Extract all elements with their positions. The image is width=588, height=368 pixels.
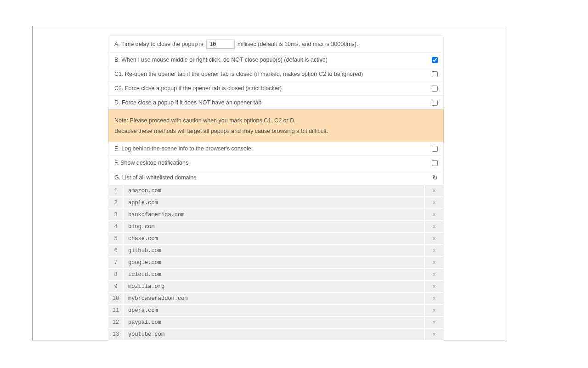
delete-icon[interactable]: ×	[424, 257, 443, 268]
option-e-label: E. Log behind-the-scene info to the brow…	[114, 145, 432, 152]
whitelist-row-number: 12	[109, 317, 124, 328]
option-f-row: F. Show desktop notifications	[109, 156, 443, 170]
delete-icon[interactable]: ×	[424, 185, 443, 196]
whitelist-domain: paypal.com	[124, 317, 424, 328]
option-b-row: B. When I use mouse middle or right clic…	[109, 53, 443, 67]
option-c2-row: C2. Force close a popup if the opener ta…	[109, 81, 443, 96]
option-f-checkbox[interactable]	[432, 160, 438, 166]
delete-icon[interactable]: ×	[424, 209, 443, 220]
whitelist-row-number: 8	[109, 269, 124, 280]
option-a-prefix: A. Time delay to close the popup is	[114, 41, 204, 47]
delete-icon[interactable]: ×	[424, 317, 443, 328]
delete-icon[interactable]: ×	[424, 269, 443, 280]
option-f-label: F. Show desktop notifications	[114, 160, 432, 166]
option-c1-checkbox[interactable]	[432, 71, 438, 77]
option-g-label: G. List of all whitelisted domains	[114, 174, 432, 181]
option-c2-checkbox[interactable]	[432, 86, 438, 92]
option-e-checkbox[interactable]	[432, 146, 438, 152]
whitelist-domain: amazon.com	[124, 185, 424, 196]
whitelist-domain: chase.com	[124, 233, 424, 244]
delete-icon[interactable]: ×	[424, 293, 443, 304]
option-b-checkbox[interactable]	[432, 57, 438, 63]
option-d-row: D. Force close a popup if it does NOT ha…	[109, 96, 443, 110]
whitelist-row: 9mozilla.org×	[109, 281, 443, 293]
delete-icon[interactable]: ×	[424, 305, 443, 316]
whitelist-row: 7google.com×	[109, 257, 443, 269]
option-g-row: G. List of all whitelisted domains ↻	[109, 170, 443, 185]
delete-icon[interactable]: ×	[424, 245, 443, 256]
whitelist-row: 11opera.com×	[109, 305, 443, 317]
delete-icon[interactable]: ×	[424, 329, 443, 340]
whitelist-domain: opera.com	[124, 305, 424, 316]
whitelist-row-number: 3	[109, 209, 124, 220]
note-line-1: Note: Please proceed with caution when y…	[114, 115, 438, 126]
option-d-checkbox[interactable]	[432, 100, 438, 106]
whitelist-domain: mybrowseraddon.com	[124, 293, 424, 304]
whitelist-row: 2apple.com×	[109, 197, 443, 209]
delete-icon[interactable]: ×	[424, 221, 443, 232]
option-b-label: B. When I use mouse middle or right clic…	[114, 57, 432, 63]
whitelist-domain: icloud.com	[124, 269, 424, 280]
whitelist-row-number: 7	[109, 257, 124, 268]
option-c1-row: C1. Re-open the opener tab if the opener…	[109, 67, 443, 81]
refresh-icon[interactable]: ↻	[432, 174, 438, 181]
whitelist-domain: bankofamerica.com	[124, 209, 424, 220]
option-d-label: D. Force close a popup if it does NOT ha…	[114, 99, 432, 106]
whitelist-row-number: 13	[109, 329, 124, 340]
whitelist-row: 5chase.com×	[109, 233, 443, 245]
whitelist-row-number: 9	[109, 281, 124, 292]
time-delay-input[interactable]	[206, 40, 235, 49]
whitelist-row-number: 11	[109, 305, 124, 316]
whitelist-domain: bing.com	[124, 221, 424, 232]
whitelist-row: 12paypal.com×	[109, 317, 443, 329]
options-panel: A. Time delay to close the popup is mill…	[108, 35, 444, 341]
whitelist-row-number: 6	[109, 245, 124, 256]
options-frame: A. Time delay to close the popup is mill…	[32, 26, 505, 340]
whitelist-row: 4bing.com×	[109, 221, 443, 233]
whitelist-row: 3bankofamerica.com×	[109, 209, 443, 221]
whitelist-table: 1amazon.com×2apple.com×3bankofamerica.co…	[109, 185, 443, 341]
whitelist-row-number: 10	[109, 293, 124, 304]
whitelist-row: 13youtube.com×	[109, 329, 443, 341]
option-c1-label: C1. Re-open the opener tab if the opener…	[114, 71, 432, 77]
option-c2-label: C2. Force close a popup if the opener ta…	[114, 85, 432, 92]
whitelist-row-number: 1	[109, 185, 124, 196]
whitelist-row: 8icloud.com×	[109, 269, 443, 281]
whitelist-domain: github.com	[124, 245, 424, 256]
whitelist-domain: google.com	[124, 257, 424, 268]
whitelist-domain: mozilla.org	[124, 281, 424, 292]
whitelist-domain: apple.com	[124, 197, 424, 208]
whitelist-row: 6github.com×	[109, 245, 443, 257]
whitelist-row-number: 4	[109, 221, 124, 232]
note-line-2: Because these methods will target all po…	[114, 126, 438, 137]
option-a-suffix: millisec (default is 10ms, and max is 30…	[237, 41, 358, 47]
whitelist-row-number: 2	[109, 197, 124, 208]
whitelist-row: 1amazon.com×	[109, 185, 443, 197]
delete-icon[interactable]: ×	[424, 233, 443, 244]
option-a-row: A. Time delay to close the popup is mill…	[109, 36, 443, 53]
whitelist-domain: youtube.com	[124, 329, 424, 340]
option-e-row: E. Log behind-the-scene info to the brow…	[109, 142, 443, 156]
whitelist-row-number: 5	[109, 233, 124, 244]
whitelist-row: 10mybrowseraddon.com×	[109, 293, 443, 305]
caution-note: Note: Please proceed with caution when y…	[108, 109, 444, 142]
delete-icon[interactable]: ×	[424, 197, 443, 208]
delete-icon[interactable]: ×	[424, 281, 443, 292]
